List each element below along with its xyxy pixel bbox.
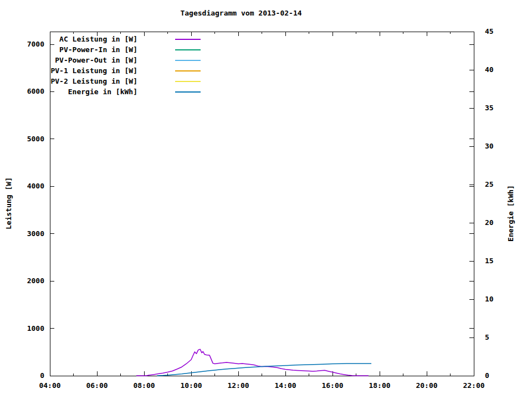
x-tick-label: 20:00 (416, 381, 437, 390)
y2-tick-label: 20 (485, 218, 494, 227)
legend-label: PV-2 Leistung in [W] (50, 77, 137, 85)
y1-tick-label: 6000 (27, 87, 44, 95)
y1-tick-label: 2000 (27, 277, 44, 285)
legend-label: Energie in [kWh] (68, 88, 137, 96)
x-tick-label: 08:00 (133, 381, 155, 390)
x-tick-label: 12:00 (227, 381, 249, 390)
legend-label: PV-Power-Out in [W] (55, 56, 137, 64)
y2-tick-label: 10 (485, 295, 494, 303)
y1-tick-label: 1000 (27, 324, 44, 332)
x-tick-label: 06:00 (86, 381, 108, 390)
y1-tick-label: 5000 (27, 135, 44, 143)
x-tick-label: 04:00 (39, 381, 60, 390)
y2-tick-label: 35 (485, 104, 494, 112)
y2-tick-label: 15 (485, 257, 494, 265)
legend-item: PV-1 Leistung in [W] (50, 66, 201, 75)
y1-tick-label: 0 (40, 371, 44, 380)
x-tick-label: 14:00 (274, 381, 296, 390)
legend-label: AC Leistung in [W] (59, 35, 137, 43)
legend-item: AC Leistung in [W] (59, 35, 201, 43)
x-tick-label: 10:00 (180, 381, 202, 390)
legend-label: PV-1 Leistung in [W] (50, 66, 137, 75)
y2-tick-label: 45 (485, 27, 494, 35)
gnuplot-chart-page: Tagesdiagramm vom 2013-02-14 Leistung [W… (0, 0, 532, 399)
legend-item: PV-Power-Out in [W] (55, 56, 201, 64)
y1-tick-label: 7000 (27, 40, 44, 48)
x-tick-label: 22:00 (463, 381, 484, 390)
y2-tick-label: 25 (485, 180, 494, 188)
y1-tick-label: 4000 (27, 182, 44, 190)
y2-tick-label: 5 (485, 333, 489, 341)
legend-item: PV-2 Leistung in [W] (50, 77, 201, 85)
x-tick-label: 16:00 (321, 381, 343, 390)
y2-tick-label: 40 (485, 65, 494, 74)
y2-tick-label: 0 (485, 371, 489, 380)
legend-label: PV-Power-In in [W] (59, 45, 137, 54)
y2-tick-label: 30 (485, 142, 494, 150)
plot-area: 04:0006:0008:0010:0012:0014:0016:0018:00… (0, 0, 532, 399)
x-tick-label: 18:00 (369, 381, 390, 390)
legend-item: PV-Power-In in [W] (59, 45, 201, 54)
y1-tick-label: 3000 (27, 229, 44, 238)
series-line (136, 349, 369, 376)
legend-item: Energie in [kWh] (68, 88, 201, 96)
